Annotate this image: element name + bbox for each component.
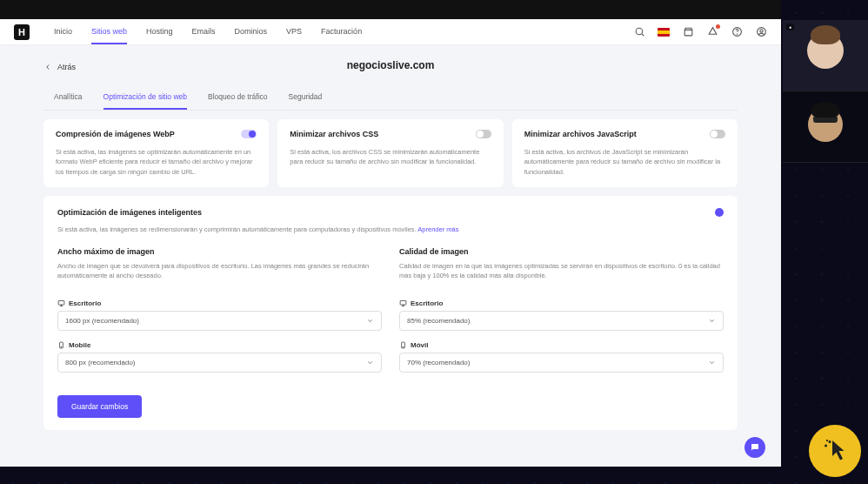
label-desktop-quality: Escritorio bbox=[399, 299, 724, 307]
toggle-webp[interactable] bbox=[241, 130, 257, 138]
back-button[interactable]: Atrás bbox=[43, 63, 76, 71]
mobile-icon bbox=[399, 341, 407, 349]
card-smart-images: Optimización de imágenes inteligentes Si… bbox=[43, 196, 738, 430]
webcam-overlay: ● bbox=[783, 20, 868, 163]
toggle-smart-images[interactable] bbox=[715, 208, 724, 217]
toggle-js[interactable] bbox=[710, 130, 725, 138]
nav-facturacion[interactable]: Facturación bbox=[321, 20, 362, 44]
mobile-icon bbox=[57, 341, 65, 349]
nav-sitios-web[interactable]: Sitios web bbox=[91, 20, 127, 44]
svg-rect-2 bbox=[684, 30, 692, 36]
svg-rect-7 bbox=[58, 300, 64, 305]
col-quality-desc: Calidad de imagen en la que las imágenes… bbox=[399, 261, 724, 287]
account-icon[interactable] bbox=[755, 26, 767, 38]
tab-optimizacion[interactable]: Optimización de sitio web bbox=[103, 87, 187, 110]
col-max-width-title: Ancho máximo de imagen bbox=[57, 247, 382, 256]
col-max-width: Ancho máximo de imagen Ancho de imagen q… bbox=[57, 247, 382, 383]
webcam-1-label: ● bbox=[786, 24, 794, 30]
nav-vps[interactable]: VPS bbox=[286, 20, 302, 44]
card-css: Minimizar archivos CSS Si está activa, l… bbox=[277, 119, 503, 187]
save-button[interactable]: Guardar cambios bbox=[57, 395, 142, 418]
back-label: Atrás bbox=[57, 63, 76, 71]
app-window: H Inicio Sitios web Hosting Emails Domin… bbox=[0, 0, 781, 467]
chevron-down-icon bbox=[708, 317, 716, 325]
nav-inicio[interactable]: Inicio bbox=[54, 20, 72, 44]
sub-tabs: Analítica Optimización de sitio web Bloq… bbox=[43, 87, 738, 111]
label-mobile-quality: Móvil bbox=[399, 341, 724, 349]
chat-fab[interactable] bbox=[744, 437, 765, 458]
svg-line-1 bbox=[641, 34, 643, 36]
top-nav: H Inicio Sitios web Hosting Emails Domin… bbox=[0, 19, 781, 45]
webcam-1: ● bbox=[783, 20, 868, 91]
select-mobile-quality[interactable]: 70% (recomendado) bbox=[399, 353, 724, 373]
card-css-title: Minimizar archivos CSS bbox=[290, 130, 378, 138]
smart-desc: Si está activa, las imágenes se redimens… bbox=[57, 225, 724, 233]
card-webp-desc: Si está activa, las imágenes se optimiza… bbox=[56, 147, 257, 177]
search-icon[interactable] bbox=[633, 26, 645, 38]
help-icon[interactable] bbox=[731, 26, 743, 38]
svg-point-16 bbox=[403, 346, 404, 347]
tab-bloqueo[interactable]: Bloqueo de tráfico bbox=[208, 87, 268, 110]
card-webp: Compresión de imágenes WebP Si está acti… bbox=[43, 119, 269, 187]
store-icon[interactable] bbox=[682, 26, 694, 38]
webcam-2 bbox=[783, 91, 868, 163]
pointer-graphic-icon bbox=[809, 425, 861, 477]
main-content: Atrás negocioslive.com Analítica Optimiz… bbox=[0, 45, 781, 467]
toggle-css[interactable] bbox=[476, 130, 491, 138]
svg-point-11 bbox=[61, 346, 62, 347]
card-js: Minimizar archivos JavaScript Si está ac… bbox=[512, 119, 738, 187]
select-desktop-quality[interactable]: 85% (recomendado) bbox=[399, 311, 724, 331]
label-mobile-width: Mobile bbox=[57, 341, 382, 349]
window-titlebar bbox=[0, 0, 781, 19]
label-desktop-width: Escritorio bbox=[57, 299, 382, 307]
desktop-icon bbox=[399, 299, 407, 307]
svg-point-0 bbox=[636, 28, 643, 35]
smart-title: Optimización de imágenes inteligentes bbox=[57, 208, 202, 217]
col-quality: Calidad de imagen Calidad de imagen en l… bbox=[399, 247, 724, 383]
svg-point-6 bbox=[759, 30, 762, 32]
language-flag-icon[interactable] bbox=[658, 26, 670, 38]
page-title: negocioslive.com bbox=[347, 59, 435, 71]
card-css-desc: Si está activa, los archivos CSS se mini… bbox=[290, 147, 491, 167]
svg-point-4 bbox=[737, 34, 738, 35]
chevron-down-icon bbox=[366, 317, 374, 325]
tab-seguridad[interactable]: Seguridad bbox=[289, 87, 323, 110]
card-js-title: Minimizar archivos JavaScript bbox=[524, 130, 637, 138]
card-webp-title: Compresión de imágenes WebP bbox=[56, 130, 175, 138]
svg-point-18 bbox=[825, 445, 827, 447]
select-desktop-width[interactable]: 1600 px (recomendado) bbox=[57, 311, 382, 331]
chat-icon bbox=[750, 442, 760, 453]
nav-dominios[interactable]: Dominios bbox=[235, 20, 268, 44]
chevron-down-icon bbox=[708, 359, 716, 366]
nav-emails[interactable]: Emails bbox=[192, 20, 216, 44]
tab-analitica[interactable]: Analítica bbox=[54, 87, 83, 110]
brand-logo[interactable]: H bbox=[14, 24, 30, 40]
svg-point-19 bbox=[826, 440, 828, 441]
select-mobile-width[interactable]: 800 px (recomendado) bbox=[57, 353, 382, 373]
desktop-icon bbox=[57, 299, 65, 307]
learn-more-link[interactable]: Aprender más bbox=[417, 225, 458, 233]
card-js-desc: Si está activa, los archivos de JavaScri… bbox=[524, 147, 725, 177]
chevron-down-icon bbox=[366, 359, 374, 366]
col-quality-title: Calidad de imagen bbox=[399, 247, 724, 256]
notifications-icon[interactable] bbox=[706, 26, 718, 38]
nav-items: Inicio Sitios web Hosting Emails Dominio… bbox=[54, 20, 362, 44]
nav-hosting[interactable]: Hosting bbox=[146, 20, 173, 44]
svg-rect-12 bbox=[400, 300, 406, 305]
col-max-width-desc: Ancho de imagen que se devolverá para di… bbox=[57, 261, 382, 287]
svg-point-17 bbox=[829, 440, 831, 443]
